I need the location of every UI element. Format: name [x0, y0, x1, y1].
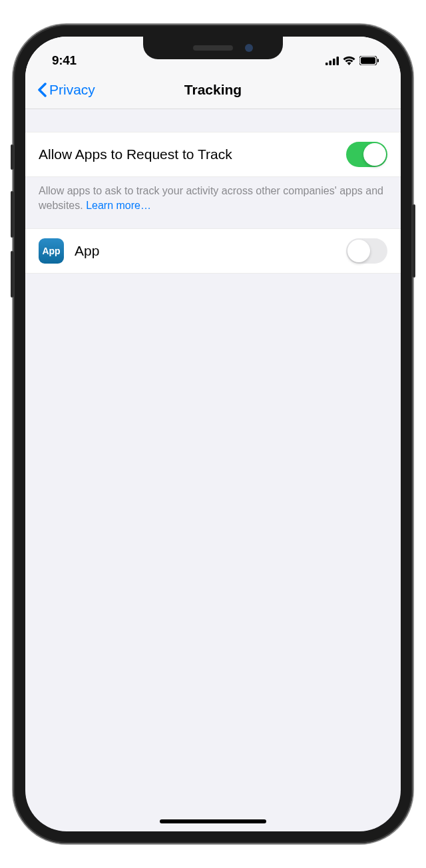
power-button — [413, 204, 415, 278]
svg-rect-6 — [377, 59, 379, 63]
content-area: Allow Apps to Request to Track Allow app… — [25, 109, 401, 274]
battery-icon — [359, 56, 379, 65]
svg-rect-1 — [329, 61, 332, 65]
volume-up-button — [11, 191, 13, 238]
app-icon: App — [39, 238, 64, 264]
front-camera — [245, 44, 253, 52]
home-indicator[interactable] — [160, 819, 266, 823]
page-title: Tracking — [184, 82, 242, 98]
allow-tracking-description: Allow apps to ask to track your activity… — [25, 177, 401, 228]
back-button[interactable]: Privacy — [37, 82, 95, 98]
volume-down-button — [11, 251, 13, 298]
mute-switch — [11, 144, 13, 170]
chevron-left-icon — [37, 83, 47, 97]
svg-rect-0 — [325, 63, 328, 65]
cellular-icon — [325, 57, 339, 65]
app-row: App App — [25, 228, 401, 274]
notch — [143, 37, 283, 59]
phone-frame: 9:41 Privacy Tracking Allow Apps to Requ… — [13, 25, 413, 843]
status-time: 9:41 — [52, 53, 77, 68]
speaker — [193, 45, 233, 51]
navigation-bar: Privacy Tracking — [25, 73, 401, 109]
svg-rect-2 — [333, 59, 335, 65]
toggle-knob — [347, 240, 370, 262]
allow-tracking-toggle[interactable] — [346, 142, 387, 167]
allow-tracking-label: Allow Apps to Request to Track — [39, 146, 232, 162]
status-icons — [325, 56, 379, 65]
phone-screen: 9:41 Privacy Tracking Allow Apps to Requ… — [25, 37, 401, 831]
learn-more-link[interactable]: Learn more… — [86, 200, 151, 211]
toggle-knob — [363, 143, 386, 166]
svg-rect-5 — [361, 57, 375, 64]
app-name: App — [75, 243, 335, 259]
back-label: Privacy — [49, 82, 95, 98]
app-icon-text: App — [42, 246, 60, 256]
allow-tracking-row: Allow Apps to Request to Track — [25, 132, 401, 177]
app-tracking-toggle[interactable] — [346, 238, 387, 264]
svg-rect-3 — [337, 57, 339, 65]
wifi-icon — [343, 56, 355, 65]
